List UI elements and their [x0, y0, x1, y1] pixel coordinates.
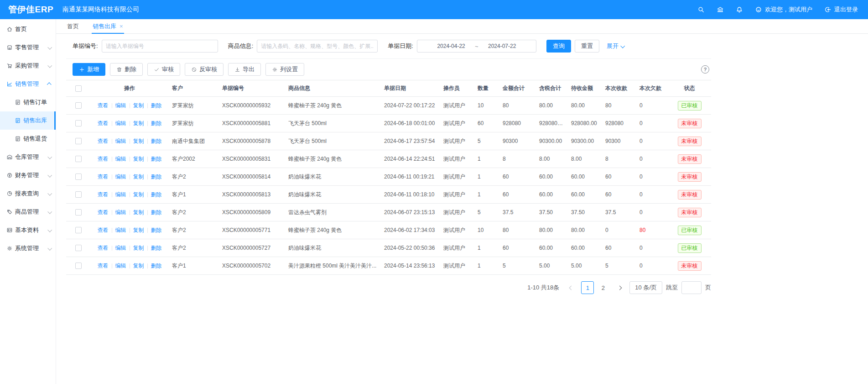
user-menu[interactable]: 欢迎您，测试用户 [755, 5, 812, 14]
page-button-1[interactable]: 1 [581, 281, 594, 294]
row-edit-link[interactable]: 编辑 [115, 209, 126, 216]
jump-page-input[interactable] [681, 281, 702, 294]
row-checkbox[interactable] [75, 191, 82, 198]
row-view-link[interactable]: 查看 [98, 120, 109, 126]
row-checkbox[interactable] [75, 174, 82, 180]
action-divider [147, 210, 148, 215]
row-delete-link[interactable]: 删除 [151, 263, 162, 269]
cell-amount: 37.5 [499, 204, 535, 221]
row-view-link[interactable]: 查看 [98, 227, 109, 233]
row-edit-link[interactable]: 编辑 [115, 191, 126, 198]
unaudit-button[interactable]: 反审核 [185, 63, 223, 76]
search-button[interactable] [697, 6, 705, 13]
cell-customer: 客户1 [168, 257, 218, 275]
sidebar-item-finance[interactable]: 财务管理 [0, 166, 56, 184]
row-view-link[interactable]: 查看 [98, 245, 109, 251]
row-copy-link[interactable]: 复制 [133, 263, 144, 269]
sidebar-item-sales-order[interactable]: 销售订单 [0, 93, 56, 111]
row-delete-link[interactable]: 删除 [151, 156, 162, 162]
export-button[interactable]: 导出 [228, 63, 261, 76]
row-copy-link[interactable]: 复制 [133, 245, 144, 251]
row-checkbox[interactable] [75, 138, 82, 144]
row-copy-link[interactable]: 复制 [133, 120, 144, 126]
row-edit-link[interactable]: 编辑 [115, 174, 126, 180]
sidebar-item-warehouse[interactable]: 仓库管理 [0, 148, 56, 166]
row-copy-link[interactable]: 复制 [133, 191, 144, 198]
row-copy-link[interactable]: 复制 [133, 209, 144, 216]
query-button[interactable]: 查询 [546, 40, 571, 53]
row-copy-link[interactable]: 复制 [133, 227, 144, 233]
sidebar-item-sales[interactable]: 销售管理 [0, 75, 56, 93]
row-checkbox[interactable] [75, 102, 82, 109]
row-delete-link[interactable]: 删除 [151, 120, 162, 126]
sidebar-item-purchase[interactable]: 采购管理 [0, 57, 56, 75]
sidebar-item-product[interactable]: 商品管理 [0, 203, 56, 221]
sidebar-item-sales-outbound[interactable]: 销售出库 [0, 111, 56, 130]
row-copy-link[interactable]: 复制 [133, 138, 144, 144]
row-delete-link[interactable]: 删除 [151, 102, 162, 109]
row-checkbox[interactable] [75, 156, 82, 162]
row-view-link[interactable]: 查看 [98, 102, 109, 109]
row-delete-link[interactable]: 删除 [151, 209, 162, 216]
doc-no-input[interactable] [102, 40, 218, 53]
expand-filters-link[interactable]: 展开 [607, 42, 624, 50]
row-edit-link[interactable]: 编辑 [115, 227, 126, 233]
row-edit-link[interactable]: 编辑 [115, 156, 126, 162]
date-range-picker[interactable]: ~ [417, 40, 536, 53]
column-settings-button[interactable]: 列设置 [265, 63, 304, 76]
notifications-button[interactable] [736, 6, 743, 13]
row-delete-link[interactable]: 删除 [151, 191, 162, 198]
row-delete-link[interactable]: 删除 [151, 227, 162, 233]
home-nav-button[interactable] [717, 6, 724, 13]
tab-home[interactable]: 首页 [66, 19, 80, 33]
row-copy-link[interactable]: 复制 [133, 174, 144, 180]
tab-sales-outbound[interactable]: 销售出库 × [92, 19, 124, 33]
row-delete-link[interactable]: 删除 [151, 245, 162, 251]
row-edit-link[interactable]: 编辑 [115, 263, 126, 269]
row-checkbox[interactable] [75, 245, 82, 251]
product-info-input[interactable] [257, 40, 378, 53]
row-view-link[interactable]: 查看 [98, 191, 109, 198]
reset-button[interactable]: 重置 [575, 40, 599, 53]
table-row: 查看编辑复制删除客户1XSCK00000005702美汁源果粒橙 500ml 美… [66, 257, 711, 275]
sidebar-item-sales-return[interactable]: 销售退货 [0, 130, 56, 148]
select-all-checkbox[interactable] [75, 85, 82, 92]
next-page-button[interactable] [613, 281, 626, 294]
sidebar-item-report[interactable]: 报表查询 [0, 184, 56, 203]
row-copy-link[interactable]: 复制 [133, 156, 144, 162]
date-from-input[interactable] [427, 43, 475, 49]
row-view-link[interactable]: 查看 [98, 138, 109, 144]
page-size-select[interactable]: 10 条/页 [629, 281, 662, 294]
add-button[interactable]: 新增 [73, 63, 105, 76]
sidebar-item-home[interactable]: 首页 [0, 20, 56, 38]
row-edit-link[interactable]: 编辑 [115, 138, 126, 144]
row-view-link[interactable]: 查看 [98, 263, 109, 269]
row-view-link[interactable]: 查看 [98, 209, 109, 216]
logout-button[interactable]: 退出登录 [824, 5, 858, 14]
help-icon[interactable]: ? [701, 65, 709, 74]
row-copy-link[interactable]: 复制 [133, 102, 144, 109]
row-checkbox[interactable] [75, 263, 82, 269]
row-delete-link[interactable]: 删除 [151, 174, 162, 180]
page-button-2[interactable]: 2 [597, 281, 609, 294]
row-edit-link[interactable]: 编辑 [115, 245, 126, 251]
row-view-link[interactable]: 查看 [98, 174, 109, 180]
row-view-link[interactable]: 查看 [98, 156, 109, 162]
app-logo[interactable]: 管伊佳ERP [0, 4, 56, 16]
row-edit-link[interactable]: 编辑 [115, 120, 126, 126]
sidebar-item-system[interactable]: 系统管理 [0, 239, 56, 258]
date-to-input[interactable] [478, 43, 526, 49]
prev-page-button[interactable] [565, 281, 577, 294]
action-divider [112, 174, 112, 179]
sidebar-item-retail[interactable]: 零售管理 [0, 38, 56, 57]
row-edit-link[interactable]: 编辑 [115, 102, 126, 109]
sidebar-item-basic[interactable]: 基本资料 [0, 221, 56, 239]
row-checkbox[interactable] [75, 209, 82, 216]
close-icon[interactable]: × [120, 23, 123, 29]
status-badge: 已审核 [678, 226, 702, 235]
row-delete-link[interactable]: 删除 [151, 138, 162, 144]
row-checkbox[interactable] [75, 227, 82, 233]
delete-button[interactable]: 删除 [110, 63, 143, 76]
row-checkbox[interactable] [75, 120, 82, 126]
audit-button[interactable]: 审核 [147, 63, 180, 76]
